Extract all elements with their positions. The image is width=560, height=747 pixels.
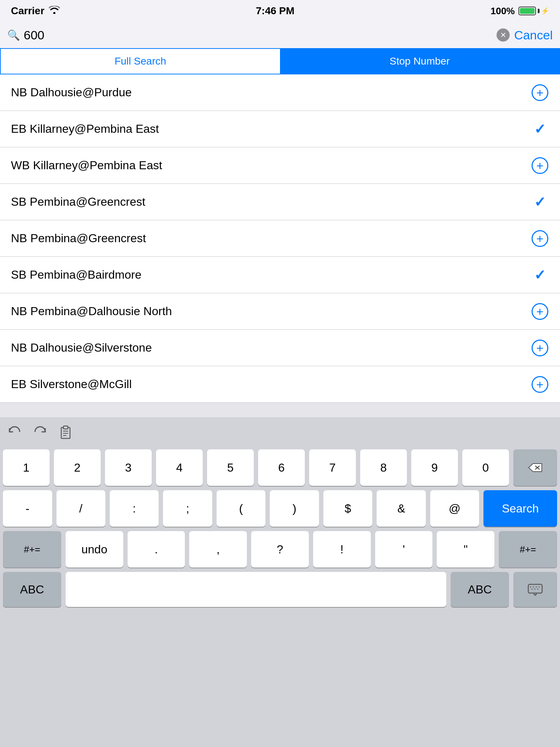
key-dollar[interactable]: $ bbox=[323, 490, 372, 527]
undo-button[interactable] bbox=[7, 425, 22, 438]
key-colon[interactable]: : bbox=[110, 490, 159, 527]
keyboard-row-symbols: - / : ; ( ) $ & @ Search bbox=[3, 490, 557, 527]
list-item[interactable]: SB Pembina@Greencrest ✓ bbox=[0, 184, 560, 220]
key-semicolon[interactable]: ; bbox=[163, 490, 212, 527]
key-open-paren[interactable]: ( bbox=[217, 490, 265, 527]
key-dash[interactable]: - bbox=[3, 490, 52, 527]
list-item[interactable]: SB Pembina@Bairdmore ✓ bbox=[0, 257, 560, 293]
search-bar: 🔍 ✕ Cancel bbox=[0, 22, 560, 48]
selected-icon-1[interactable]: ✓ bbox=[531, 120, 549, 138]
key-hash-left[interactable]: #+= bbox=[3, 531, 61, 568]
key-apostrophe[interactable]: ' bbox=[375, 531, 433, 568]
bolt-icon: ⚡ bbox=[541, 7, 549, 15]
key-at[interactable]: @ bbox=[430, 490, 479, 527]
paste-button[interactable] bbox=[58, 424, 73, 440]
battery-icon: ⚡ bbox=[518, 7, 549, 15]
key-ampersand[interactable]: & bbox=[377, 490, 425, 527]
search-icon: 🔍 bbox=[7, 29, 20, 41]
stop-list: NB Dalhousie@Purdue + EB Killarney@Pembi… bbox=[0, 74, 560, 417]
add-stop-icon-8[interactable]: + bbox=[531, 375, 549, 394]
clear-icon: ✕ bbox=[500, 31, 506, 39]
search-input[interactable] bbox=[24, 28, 492, 42]
segmented-control: Full Search Stop Number bbox=[0, 48, 560, 74]
key-close-paren[interactable]: ) bbox=[270, 490, 319, 527]
redo-button[interactable] bbox=[33, 425, 47, 438]
key-hash-right[interactable]: #+= bbox=[499, 531, 557, 568]
key-9[interactable]: 9 bbox=[411, 449, 458, 486]
list-item[interactable]: NB Pembina@Dalhousie North + bbox=[0, 293, 560, 330]
add-stop-icon-0[interactable]: + bbox=[531, 84, 549, 102]
key-question[interactable]: ? bbox=[251, 531, 309, 568]
key-period[interactable]: . bbox=[128, 531, 185, 568]
list-item[interactable]: NB Pembina@Greencrest + bbox=[0, 220, 560, 257]
keyboard-toolbar bbox=[0, 417, 560, 446]
keyboard-row-bottom: ABC ABC bbox=[3, 572, 557, 607]
status-bar: Carrier 7:46 PM 100% ⚡ bbox=[0, 0, 560, 22]
selected-icon-5[interactable]: ✓ bbox=[531, 266, 549, 284]
add-stop-icon-6[interactable]: + bbox=[531, 302, 549, 321]
keyboard-row-numbers: 1 2 3 4 5 6 7 8 9 0 bbox=[3, 449, 557, 486]
key-4[interactable]: 4 bbox=[156, 449, 203, 486]
search-input-area: 🔍 bbox=[7, 28, 492, 42]
tab-stop-number[interactable]: Stop Number bbox=[280, 49, 559, 74]
key-3[interactable]: 3 bbox=[105, 449, 152, 486]
key-delete[interactable] bbox=[513, 449, 557, 486]
search-button[interactable]: Search bbox=[483, 490, 557, 527]
list-item[interactable]: NB Dalhousie@Silverstone + bbox=[0, 330, 560, 366]
status-time: 7:46 PM bbox=[256, 5, 295, 17]
keyboard: 1 2 3 4 5 6 7 8 9 0 - / : ; ( bbox=[0, 446, 560, 611]
key-keyboard-dismiss[interactable] bbox=[513, 572, 557, 607]
key-2[interactable]: 2 bbox=[54, 449, 101, 486]
key-7[interactable]: 7 bbox=[309, 449, 356, 486]
key-1[interactable]: 1 bbox=[3, 449, 50, 486]
key-quote[interactable]: " bbox=[437, 531, 494, 568]
key-undo[interactable]: undo bbox=[66, 531, 123, 568]
list-item[interactable]: EB Killarney@Pembina East ✓ bbox=[0, 111, 560, 147]
key-0[interactable]: 0 bbox=[462, 449, 509, 486]
list-item[interactable]: EB Silverstone@McGill + bbox=[0, 366, 560, 403]
key-abc-right[interactable]: ABC bbox=[451, 572, 509, 607]
carrier-label: Carrier bbox=[11, 5, 44, 17]
key-6[interactable]: 6 bbox=[258, 449, 305, 486]
key-exclamation[interactable]: ! bbox=[313, 531, 371, 568]
add-stop-icon-2[interactable]: + bbox=[531, 156, 549, 175]
svg-rect-1 bbox=[63, 426, 68, 429]
key-5[interactable]: 5 bbox=[207, 449, 254, 486]
list-item[interactable]: WB Killarney@Pembina East + bbox=[0, 147, 560, 184]
list-bottom-gap bbox=[0, 403, 560, 417]
tab-full-search[interactable]: Full Search bbox=[1, 49, 280, 74]
keyboard-row-special: #+= undo . , ? ! ' " #+= bbox=[3, 531, 557, 568]
key-comma[interactable]: , bbox=[189, 531, 247, 568]
key-abc-left[interactable]: ABC bbox=[3, 572, 61, 607]
battery-percent: 100% bbox=[490, 5, 515, 17]
list-item[interactable]: NB Dalhousie@Purdue + bbox=[0, 74, 560, 111]
clear-button[interactable]: ✕ bbox=[497, 28, 510, 42]
key-slash[interactable]: / bbox=[57, 490, 105, 527]
cancel-button[interactable]: Cancel bbox=[514, 28, 553, 42]
add-stop-icon-7[interactable]: + bbox=[531, 339, 549, 357]
selected-icon-3[interactable]: ✓ bbox=[531, 193, 549, 211]
key-space[interactable] bbox=[66, 572, 446, 607]
wifi-icon bbox=[49, 6, 60, 16]
add-stop-icon-4[interactable]: + bbox=[531, 229, 549, 248]
key-8[interactable]: 8 bbox=[360, 449, 407, 486]
